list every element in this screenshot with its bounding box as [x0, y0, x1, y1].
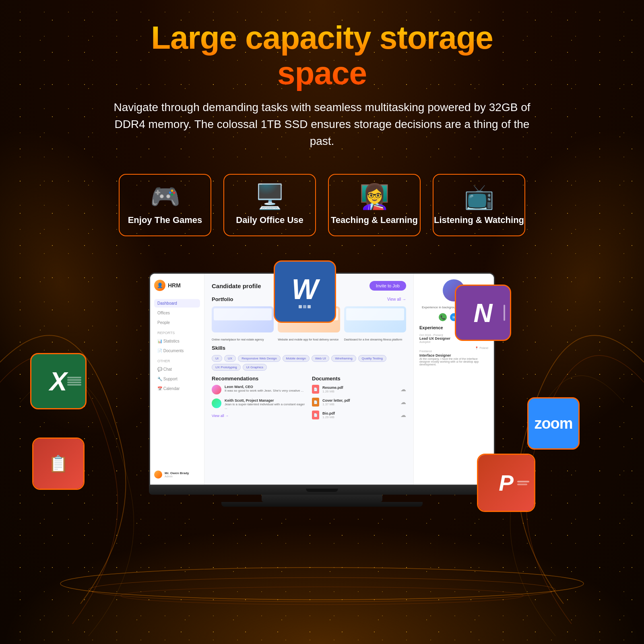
portfolio-view-all[interactable]: View all →	[387, 297, 406, 301]
doc-download-3[interactable]: ☁	[400, 412, 406, 418]
doc-download-2[interactable]: ☁	[400, 399, 406, 405]
subtitle-text: Navigate through demanding tasks with se…	[113, 99, 531, 150]
floating-lookup-icon: 📋	[32, 438, 85, 490]
skill-mobile: Mobile design	[283, 355, 310, 362]
icon-card-games[interactable]: 🎮 Enjoy The Games	[119, 174, 211, 236]
floating-excel-icon: X	[30, 353, 87, 409]
nav-people[interactable]: People	[154, 318, 200, 327]
bottom-sections: Recommendations Leon Ward, CEO It was so…	[212, 376, 406, 423]
skills-section: Skills UI UX Responsive Web Design Mobil…	[212, 345, 406, 371]
skill-ux: UX	[224, 355, 236, 362]
sidebar-section-label: reports	[157, 331, 200, 335]
doc-item-1: 📄 Resume.pdf 1.26 MB ☁	[312, 385, 406, 394]
documents-title: Documents	[312, 376, 406, 382]
skill-wire: Wireframing	[331, 355, 356, 362]
portfolio-item-1	[212, 306, 274, 332]
doc-icon-3: 📄	[312, 411, 319, 419]
sidebar-other-label: Other	[157, 359, 200, 363]
hrm-sidebar: 👤 HRM Dashboard Offices People reports 📊…	[150, 274, 204, 485]
nav-calendar[interactable]: 📅 Calendar	[154, 384, 200, 393]
doc-icon-1: 📄	[312, 385, 319, 394]
skills-tags: UI UX Responsive Web Design Mobile desig…	[212, 355, 406, 371]
candidate-profile-title: Candidate profile	[212, 283, 261, 289]
exp-item-2: 📍 Poland Freelance Interface Designer At…	[419, 347, 488, 366]
page-title: Large capacity storage space	[113, 20, 531, 91]
nav-documents[interactable]: 📄 Documents	[154, 347, 200, 355]
hrm-title: HRM	[168, 282, 181, 289]
documents-section: Documents 📄 Resume.pdf 1.26 MB ☁	[312, 376, 406, 423]
doc-name-3: Bio.pdf	[322, 411, 397, 415]
doc-item-2: 📄 Cover letter, pdf 1.37 MB ☁	[312, 398, 406, 407]
portfolio-desc-1: Online marketplace for real estate agenc…	[212, 338, 274, 341]
skills-title: Skills	[212, 345, 225, 351]
recommendations-view-all[interactable]: View all →	[212, 414, 306, 418]
hrm-avatar: 👤	[154, 280, 165, 291]
portfolio-desc-3: Dashboard for a live streaming fitness p…	[344, 338, 406, 341]
floating-onenote-icon: N	[455, 285, 511, 341]
portfolio-title: Portfolio	[212, 296, 233, 302]
laptop-notch	[306, 489, 338, 492]
nav-dashboard[interactable]: Dashboard	[154, 299, 200, 308]
invite-to-job-button[interactable]: Invite to Job	[369, 281, 406, 291]
doc-icon-2: 📄	[312, 398, 319, 407]
floating-ppt-icon: P	[477, 454, 535, 512]
nav-statistics[interactable]: 📊 Statistics	[154, 337, 200, 345]
doc-name-2: Cover letter, pdf	[322, 398, 397, 402]
exp-location-2: 📍 Poland	[475, 347, 488, 350]
doc-size-2: 1.37 MB	[322, 402, 397, 406]
icon-card-watching[interactable]: 📺 Listening & Watching	[433, 174, 525, 236]
doc-size-3: 1.29 MB	[322, 415, 397, 419]
portfolio-item-3	[344, 306, 406, 332]
icon-card-office[interactable]: 🖥️ Daily Office Use	[223, 174, 316, 236]
teaching-label: Teaching & Learning	[331, 215, 418, 225]
doc-item-3: 📄 Bio.pdf 1.29 MB ☁	[312, 411, 406, 419]
office-label: Daily Office Use	[236, 215, 303, 225]
exp-date-1: Oct 2018 - Present	[419, 334, 443, 336]
laptop-section: W N X	[0, 260, 644, 644]
recommendations-section: Recommendations Leon Ward, CEO It was so…	[212, 376, 306, 423]
zoom-text: zoom	[534, 415, 572, 432]
rec-item-1: Leon Ward, CEO It was so good to work wi…	[212, 385, 306, 394]
watching-icon: 📺	[464, 185, 494, 209]
ppt-letter: P	[499, 470, 514, 496]
icon-cards-container: 🎮 Enjoy The Games 🖥️ Daily Office Use 👩‍…	[95, 174, 549, 236]
exp-employment-2: Freelance	[419, 350, 488, 353]
rec-name-2: Keith Scott, Project Manager	[225, 398, 306, 402]
portfolio-desc-2: Website and mobile app for food delivery…	[278, 338, 340, 341]
laptop-base	[149, 486, 495, 495]
teaching-icon: 👩‍🏫	[359, 185, 390, 209]
exp-company-1: Autopilot	[419, 341, 488, 343]
contact-phone[interactable]: 📞	[439, 313, 447, 321]
doc-size-1: 1.26 MB	[322, 390, 397, 393]
rec-item-2: Keith Scott, Project Manager Jean is a s…	[212, 398, 306, 410]
nav-support[interactable]: 🔧 Support	[154, 375, 200, 383]
rec-text-2: Jean is a super-talented individual with…	[225, 402, 306, 410]
recommendations-title: Recommendations	[212, 376, 306, 382]
rec-name-1: Leon Ward, CEO	[225, 385, 303, 389]
excel-letter: X	[50, 366, 67, 396]
laptop-foot	[221, 502, 423, 507]
nav-chat[interactable]: 💬 Chat	[154, 365, 200, 374]
skill-rwd: Responsive Web Design	[238, 355, 280, 362]
doc-download-1[interactable]: ☁	[400, 386, 406, 392]
hrm-logo: 👤 HRM	[154, 280, 200, 291]
rec-avatar-1	[212, 385, 221, 394]
watching-label: Listening & Watching	[434, 215, 524, 225]
icon-card-teaching[interactable]: 👩‍🏫 Teaching & Learning	[328, 174, 421, 236]
skill-ui: UI	[212, 355, 222, 362]
laptop-stand	[262, 495, 382, 502]
word-letter: W	[291, 275, 318, 303]
floating-zoom-icon: zoom	[527, 397, 580, 450]
floating-word-icon: W	[274, 260, 336, 323]
doc-name-1: Resume.pdf	[322, 386, 397, 390]
skill-test: Quality Testing	[358, 355, 386, 362]
exp-role-2: Interface Designer	[419, 353, 488, 357]
skill-uigraph: UI Graphics	[243, 364, 267, 371]
sidebar-user-name: Mr. Owen Brady	[165, 471, 189, 475]
onenote-letter: N	[474, 298, 493, 328]
exp-desc-2: At the company, I have the role of the i…	[419, 357, 488, 366]
nav-offices[interactable]: Offices	[154, 309, 200, 317]
skill-proto: UX Prototyping	[212, 364, 241, 371]
rec-text-1: It was so good to work with Jean. She's …	[225, 389, 303, 392]
rec-avatar-2	[212, 398, 221, 408]
